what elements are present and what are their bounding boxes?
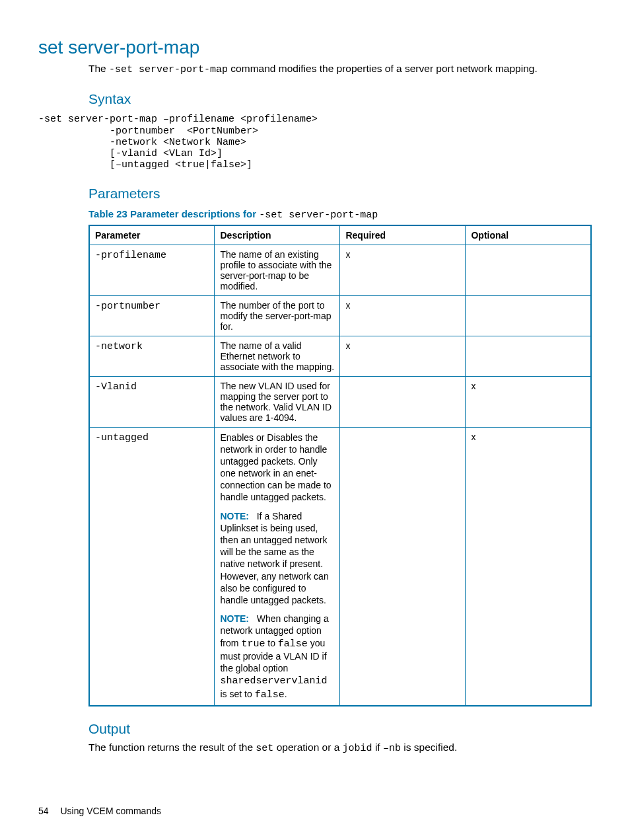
intro-code: -set server-port-map <box>109 64 228 75</box>
footer-text: Using VCEM commands <box>60 806 161 816</box>
param-desc: The name of a valid Ethernet network to … <box>215 336 340 376</box>
param-required <box>340 376 466 427</box>
output-text-mid2: if <box>372 742 383 753</box>
page-container: set server-port-map The -set server-port… <box>0 0 630 840</box>
untagged-note1: NOTE: If a Shared Uplinkset is being use… <box>220 510 334 607</box>
table-caption-label: Table 23 Parameter descriptions for <box>88 208 256 219</box>
syntax-heading: Syntax <box>88 91 592 107</box>
note-label: NOTE: <box>220 511 249 521</box>
note2-code4: false <box>255 689 285 701</box>
param-optional: x <box>466 427 591 706</box>
output-code3: –nb <box>383 743 401 754</box>
output-text-post: is specified. <box>401 742 457 753</box>
param-optional <box>466 336 591 376</box>
output-text-pre: The function returns the result of the <box>88 742 256 753</box>
table-row: -profilename The name of an existing pro… <box>89 245 591 295</box>
table-row: -portnumber The number of the port to mo… <box>89 295 591 336</box>
note2-post3: . <box>285 689 287 699</box>
note-label: NOTE: <box>220 613 249 624</box>
table-header-row: Parameter Description Required Optional <box>89 225 591 245</box>
param-required <box>340 427 466 706</box>
intro-block: The -set server-port-map command modifie… <box>88 62 592 107</box>
output-heading: Output <box>88 721 592 737</box>
intro-paragraph: The -set server-port-map command modifie… <box>88 62 592 77</box>
param-desc: The number of the port to modify the ser… <box>215 295 340 336</box>
note2-mid: to <box>265 638 277 648</box>
th-required: Required <box>340 225 466 245</box>
note2-post2: is set to <box>220 689 254 699</box>
param-optional: x <box>466 376 591 427</box>
table-caption: Table 23 Parameter descriptions for -set… <box>88 208 592 221</box>
page-title: set server-port-map <box>38 37 592 58</box>
th-description: Description <box>215 225 340 245</box>
param-required: x <box>340 336 466 376</box>
output-paragraph: The function returns the result of the s… <box>88 741 592 755</box>
param-name: -portnumber <box>95 301 160 312</box>
param-required: x <box>340 245 466 295</box>
note1-text: If a Shared Uplinkset is being used, the… <box>220 511 328 605</box>
param-name: -profilename <box>95 250 166 261</box>
parameters-table: Parameter Description Required Optional … <box>88 225 592 707</box>
param-desc: The new VLAN ID used for mapping the ser… <box>215 376 340 427</box>
th-parameter: Parameter <box>89 225 215 245</box>
output-code2: jobid <box>343 743 372 754</box>
parameters-block: Parameters Table 23 Parameter descriptio… <box>88 186 592 756</box>
param-desc: The name of an existing profile to assoc… <box>215 245 340 295</box>
table-row: -Vlanid The new VLAN ID used for mapping… <box>89 376 591 427</box>
param-optional <box>466 245 591 295</box>
param-name: -network <box>95 341 143 352</box>
note2-code3: sharedservervlanid <box>220 675 327 687</box>
param-desc-complex: Enables or Disables the network in order… <box>215 427 340 706</box>
param-required: x <box>340 295 466 336</box>
page-footer: 54 Using VCEM commands <box>38 806 161 816</box>
intro-text-post: command modifies the properties of a ser… <box>228 63 538 74</box>
untagged-note2: NOTE: When changing a network untagged o… <box>220 613 334 701</box>
output-code1: set <box>256 743 273 754</box>
output-text-mid1: operation or a <box>273 742 342 753</box>
param-name: -untagged <box>95 432 149 443</box>
param-name: -Vlanid <box>95 381 137 393</box>
note2-code2: false <box>278 638 308 650</box>
param-optional <box>466 295 591 336</box>
page-number: 54 <box>38 806 49 816</box>
table-row: -network The name of a valid Ethernet ne… <box>89 336 591 376</box>
parameters-heading: Parameters <box>88 186 592 202</box>
intro-text-pre: The <box>88 63 109 74</box>
th-optional: Optional <box>466 225 591 245</box>
table-caption-code: -set server-port-map <box>259 210 378 221</box>
note2-code1: true <box>241 638 265 650</box>
syntax-codeblock: -set server-port-map –profilename <profi… <box>38 114 592 171</box>
table-row: -untagged Enables or Disables the networ… <box>89 427 591 706</box>
untagged-desc1: Enables or Disables the network in order… <box>220 432 334 504</box>
